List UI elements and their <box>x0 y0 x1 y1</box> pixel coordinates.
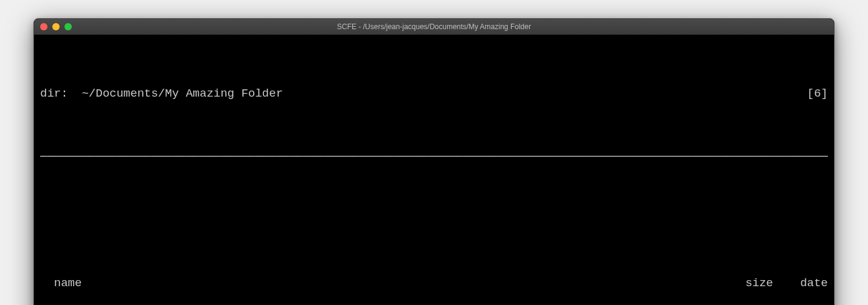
dir-path: ~/Documents/My Amazing Folder <box>82 86 283 101</box>
window-controls <box>40 23 72 30</box>
col-size: size <box>737 275 773 291</box>
window-title: SCFE - /Users/jean-jacques/Documents/My … <box>34 22 834 31</box>
titlebar[interactable]: SCFE - /Users/jean-jacques/Documents/My … <box>34 19 834 35</box>
terminal-content[interactable]: dir: ~/Documents/My Amazing Folder [6] ─… <box>34 35 834 305</box>
minimize-icon[interactable] <box>52 23 60 30</box>
close-icon[interactable] <box>40 23 47 30</box>
col-date: date <box>773 275 828 291</box>
divider: ────────────────────────────────────────… <box>40 149 828 165</box>
col-name: name <box>54 275 82 291</box>
blank-line <box>40 212 828 228</box>
maximize-icon[interactable] <box>64 23 72 30</box>
dir-label: dir: <box>40 86 68 101</box>
column-headers: name size date <box>40 275 828 291</box>
terminal-window: SCFE - /Users/jean-jacques/Documents/My … <box>33 18 835 305</box>
dir-header: dir: ~/Documents/My Amazing Folder [6] <box>40 86 828 101</box>
dir-count: [6] <box>773 86 828 101</box>
